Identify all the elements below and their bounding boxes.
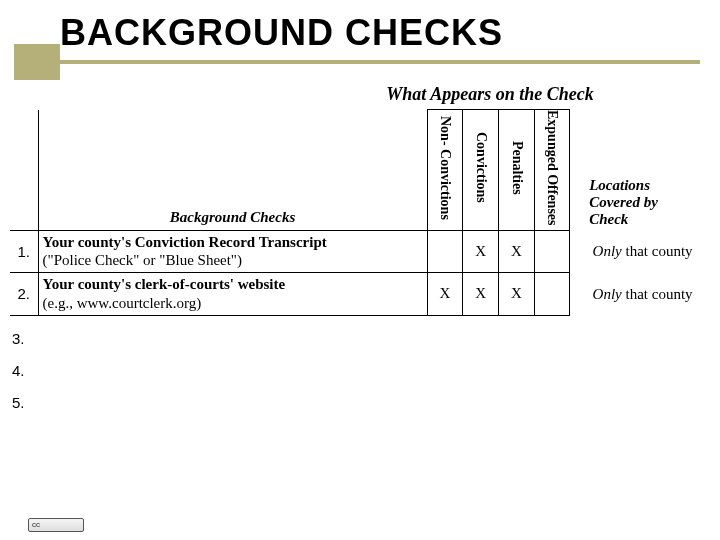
- cell-nonconv: X: [427, 273, 463, 316]
- checks-table-wrap: Background Checks Non- Convictions Convi…: [10, 109, 700, 412]
- col-conv-header: Convictions: [463, 110, 499, 231]
- table-row-empty: 4.: [10, 348, 700, 380]
- col-exp-header: Expunged Offenses: [534, 110, 570, 231]
- col-number-header: [10, 110, 38, 231]
- col-desc-header: Background Checks: [38, 110, 427, 231]
- cc-license-icon: cc: [28, 518, 84, 532]
- cell-exp: [534, 230, 570, 273]
- table-row-empty: 3.: [10, 315, 700, 348]
- checks-table: Background Checks Non- Convictions Convi…: [10, 109, 700, 412]
- page-title: BACKGROUND CHECKS: [60, 12, 720, 54]
- cell-spacer: [570, 230, 585, 273]
- cell-conv: X: [463, 273, 499, 316]
- cell-nonconv: [427, 230, 463, 273]
- table-row: 2.Your county's clerk-of-courts' website…: [10, 273, 700, 316]
- table-row-empty: 5.: [10, 380, 700, 412]
- cell-pen: X: [498, 273, 534, 316]
- section-header: What Appears on the Check: [300, 84, 680, 105]
- col-nonconv-header: Non- Convictions: [427, 110, 463, 231]
- cell-spacer: [570, 273, 585, 316]
- cell-conv: X: [463, 230, 499, 273]
- row-number: 5.: [10, 380, 700, 412]
- row-desc: Your county's Conviction Record Transcri…: [38, 230, 427, 273]
- row-number: 3.: [10, 315, 700, 348]
- cell-exp: [534, 273, 570, 316]
- row-desc: Your county's clerk-of-courts' website(e…: [38, 273, 427, 316]
- row-number: 1.: [10, 230, 38, 273]
- cell-loc: Only that county: [585, 230, 700, 273]
- cell-loc: Only that county: [585, 273, 700, 316]
- cell-pen: X: [498, 230, 534, 273]
- title-underline: [60, 60, 700, 64]
- row-number: 2.: [10, 273, 38, 316]
- col-spacer: [570, 110, 585, 231]
- row-number: 4.: [10, 348, 700, 380]
- table-row: 1.Your county's Conviction Record Transc…: [10, 230, 700, 273]
- col-loc-header: Locations Covered by Check: [585, 110, 700, 231]
- col-pen-header: Penalties: [498, 110, 534, 231]
